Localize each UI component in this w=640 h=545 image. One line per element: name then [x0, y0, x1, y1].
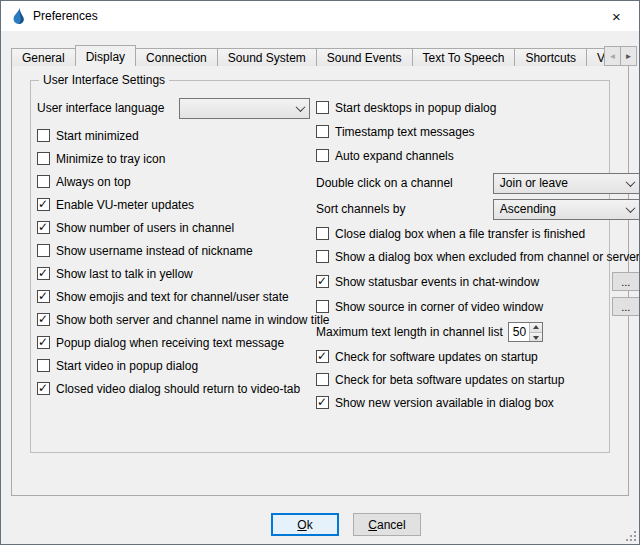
checkbox[interactable]	[316, 149, 329, 162]
tab-text-to-speech[interactable]: Text To Speech	[412, 48, 516, 66]
checkbox-label: Show new version available in dialog box	[335, 396, 554, 410]
checkbox[interactable]	[37, 359, 50, 372]
ok-button[interactable]: Ok	[271, 513, 339, 536]
cancel-button[interactable]: Cancel	[353, 513, 421, 536]
ok-accel: O	[297, 518, 306, 532]
checkbox-row[interactable]: Minimize to tray icon	[37, 151, 310, 166]
checkbox-label: Close dialog box when a file transfer is…	[335, 227, 585, 241]
checkbox[interactable]	[316, 300, 329, 313]
checkbox[interactable]	[37, 198, 50, 211]
tab-display[interactable]: Display	[75, 45, 136, 66]
sort-channels-label: Sort channels by	[316, 202, 405, 216]
checkbox[interactable]	[316, 275, 329, 288]
close-icon[interactable]: ×	[594, 1, 639, 31]
max-text-length-row: Maximum text length in channel list 50	[316, 322, 640, 342]
checkbox-row[interactable]: Closed video dialog should return to vid…	[37, 381, 310, 396]
checkbox[interactable]	[316, 396, 329, 409]
checkbox-label: Check for beta software updates on start…	[335, 373, 564, 387]
group-title: User Interface Settings	[39, 73, 169, 87]
titlebar[interactable]: Preferences ×	[1, 1, 639, 31]
checkbox-row[interactable]: Show last to talk in yellow	[37, 266, 310, 281]
left-column: User interface language Star	[37, 97, 316, 418]
checkbox[interactable]	[37, 152, 50, 165]
double-click-row: Double click on a channel Join or leave	[316, 172, 640, 194]
left-checkbox-list: Start minimized Minimize to tray icon	[37, 128, 310, 396]
checkbox-row[interactable]: Show both server and channel name in win…	[37, 312, 310, 327]
checkbox[interactable]	[316, 125, 329, 138]
tab-connection[interactable]: Connection	[135, 48, 218, 66]
max-text-length-spinner[interactable]: 50	[508, 322, 543, 342]
tab-scroll-right-icon[interactable]: ►	[620, 46, 637, 66]
checkbox-label: Popup dialog when receiving text message	[56, 336, 284, 350]
checkbox[interactable]	[37, 336, 50, 349]
checkbox-row[interactable]: Show a dialog box when excluded from cha…	[316, 249, 640, 264]
checkbox[interactable]	[37, 290, 50, 303]
spinner-buttons	[529, 323, 542, 341]
checkbox-row[interactable]: Timestamp text messages	[316, 124, 640, 139]
resize-grip[interactable]	[624, 529, 637, 542]
spin-up-icon[interactable]	[530, 323, 542, 333]
checkbox-label: Always on top	[56, 175, 131, 189]
video-source-row[interactable]: Show source in corner of video window ..…	[316, 297, 640, 316]
language-select[interactable]	[179, 98, 310, 119]
checkbox-row[interactable]: Always on top	[37, 174, 310, 189]
tab-sound-events[interactable]: Sound Events	[316, 48, 413, 66]
checkbox-row[interactable]: Auto expand channels	[316, 148, 640, 163]
right-bottom-checkbox-list: Check for software updates on startup Ch…	[316, 349, 640, 410]
preferences-window: Preferences × General Display Connection…	[0, 0, 640, 545]
checkbox-label: Start desktops in popup dialog	[335, 101, 496, 115]
checkbox-row[interactable]: Start desktops in popup dialog	[316, 100, 640, 115]
checkbox-row[interactable]: Check for software updates on startup	[316, 349, 640, 364]
double-click-select[interactable]: Join or leave	[493, 173, 640, 194]
checkbox[interactable]	[316, 227, 329, 240]
checkbox-label: Show source in corner of video window	[335, 300, 543, 314]
checkbox-label: Show last to talk in yellow	[56, 267, 193, 281]
checkbox-row[interactable]: Show emojis and text for channel/user st…	[37, 289, 310, 304]
statusbar-events-row[interactable]: Show statusbar events in chat-window ...	[316, 272, 640, 291]
checkbox[interactable]	[316, 101, 329, 114]
checkbox[interactable]	[37, 382, 50, 395]
checkbox-row[interactable]: Enable VU-meter updates	[37, 197, 310, 212]
checkbox[interactable]	[37, 221, 50, 234]
checkbox[interactable]	[37, 129, 50, 142]
tab-shortcuts[interactable]: Shortcuts	[514, 48, 587, 66]
checkbox-row[interactable]: Show number of users in channel	[37, 220, 310, 235]
checkbox[interactable]	[37, 244, 50, 257]
checkbox[interactable]	[316, 250, 329, 263]
checkbox-row[interactable]: Check for beta software updates on start…	[316, 372, 640, 387]
checkbox[interactable]	[316, 373, 329, 386]
video-source-config-button[interactable]: ...	[612, 297, 640, 316]
checkbox-label: Show emojis and text for channel/user st…	[56, 290, 289, 304]
checkbox-label: Show both server and channel name in win…	[56, 313, 330, 327]
checkbox-row[interactable]: Start minimized	[37, 128, 310, 143]
checkbox-row[interactable]: Popup dialog when receiving text message	[37, 335, 310, 350]
checkbox[interactable]	[316, 350, 329, 363]
checkbox-label: Auto expand channels	[335, 149, 454, 163]
right-top-checkbox-list: Start desktops in popup dialog Timestamp…	[316, 97, 640, 163]
max-text-length-label: Maximum text length in channel list	[316, 325, 503, 339]
window-title: Preferences	[33, 9, 594, 23]
checkbox[interactable]	[37, 175, 50, 188]
checkbox-row[interactable]: Show new version available in dialog box	[316, 395, 640, 410]
checkbox-row[interactable]: Show username instead of nickname	[37, 243, 310, 258]
checkbox[interactable]	[37, 313, 50, 326]
checkbox-label: Check for software updates on startup	[335, 350, 538, 364]
tab-scroll-left-icon[interactable]: ◄	[604, 46, 621, 66]
spin-down-icon[interactable]	[530, 333, 542, 342]
statusbar-events-config-button[interactable]: ...	[612, 272, 640, 291]
ok-rest: k	[307, 518, 313, 532]
checkbox-row[interactable]: Close dialog box when a file transfer is…	[316, 226, 640, 241]
language-row: User interface language	[37, 97, 310, 119]
tab-general[interactable]: General	[11, 48, 76, 66]
chevron-down-icon	[622, 206, 639, 213]
checkbox-label: Show username instead of nickname	[56, 244, 253, 258]
cancel-accel: C	[368, 518, 377, 532]
tab-sound-system[interactable]: Sound System	[217, 48, 317, 66]
checkbox[interactable]	[37, 267, 50, 280]
double-click-value: Join or leave	[494, 176, 622, 190]
checkbox-label: Show statusbar events in chat-window	[335, 275, 539, 289]
sort-channels-select[interactable]: Ascending	[493, 199, 640, 220]
checkbox-label: Show a dialog box when excluded from cha…	[335, 250, 640, 264]
checkbox-row[interactable]: Start video in popup dialog	[37, 358, 310, 373]
checkbox-label: Show number of users in channel	[56, 221, 234, 235]
